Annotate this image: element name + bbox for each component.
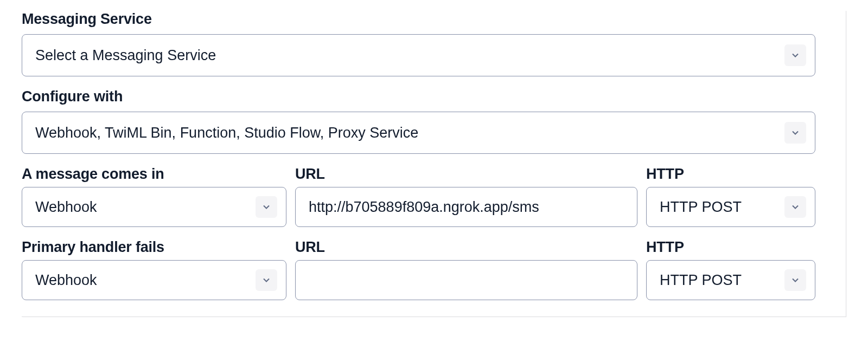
chevron-down-icon — [784, 196, 806, 218]
message-in-http-label: HTTP — [646, 166, 815, 183]
primary-fail-handler-label: Primary handler fails — [22, 239, 286, 256]
primary-fail-http-label: HTTP — [646, 239, 815, 256]
messaging-service-label: Messaging Service — [22, 11, 815, 28]
message-in-http-value: HTTP POST — [660, 199, 784, 216]
primary-fail-http-value: HTTP POST — [660, 272, 784, 289]
message-in-url-input-wrap — [295, 187, 637, 227]
primary-fail-handler-select[interactable]: Webhook — [22, 260, 286, 300]
primary-fail-http-field: HTTP HTTP POST — [646, 239, 815, 300]
configure-with-field: Configure with Webhook, TwiML Bin, Funct… — [22, 88, 815, 154]
configure-with-select[interactable]: Webhook, TwiML Bin, Function, Studio Flo… — [22, 112, 815, 154]
messaging-service-field: Messaging Service Select a Messaging Ser… — [22, 11, 815, 76]
chevron-down-icon — [784, 269, 806, 291]
configure-with-label: Configure with — [22, 88, 815, 105]
primary-fail-http-select[interactable]: HTTP POST — [646, 260, 815, 300]
message-in-url-label: URL — [295, 166, 637, 183]
message-in-handler-value: Webhook — [35, 199, 256, 216]
chevron-down-icon — [256, 196, 277, 218]
messaging-service-select[interactable]: Select a Messaging Service — [22, 34, 815, 76]
messaging-config-panel: Messaging Service Select a Messaging Ser… — [22, 11, 846, 317]
primary-handler-fails-row: Primary handler fails Webhook URL HTTP H… — [22, 239, 815, 300]
message-in-handler-label: A message comes in — [22, 166, 286, 183]
configure-with-value: Webhook, TwiML Bin, Function, Studio Flo… — [35, 125, 784, 141]
messaging-service-value: Select a Messaging Service — [35, 47, 784, 64]
chevron-down-icon — [256, 269, 277, 291]
primary-fail-handler-field: Primary handler fails Webhook — [22, 239, 286, 300]
chevron-down-icon — [784, 44, 806, 66]
message-in-url-input[interactable] — [309, 187, 628, 226]
primary-fail-url-label: URL — [295, 239, 637, 256]
message-in-http-field: HTTP HTTP POST — [646, 166, 815, 227]
chevron-down-icon — [784, 122, 806, 144]
primary-fail-url-field: URL — [295, 239, 637, 300]
message-in-handler-select[interactable]: Webhook — [22, 187, 286, 227]
message-comes-in-row: A message comes in Webhook URL HTTP HTTP… — [22, 166, 815, 227]
primary-fail-url-input-wrap — [295, 260, 637, 300]
message-in-http-select[interactable]: HTTP POST — [646, 187, 815, 227]
message-in-url-field: URL — [295, 166, 637, 227]
primary-fail-url-input[interactable] — [309, 261, 628, 300]
message-in-handler-field: A message comes in Webhook — [22, 166, 286, 227]
primary-fail-handler-value: Webhook — [35, 272, 256, 289]
